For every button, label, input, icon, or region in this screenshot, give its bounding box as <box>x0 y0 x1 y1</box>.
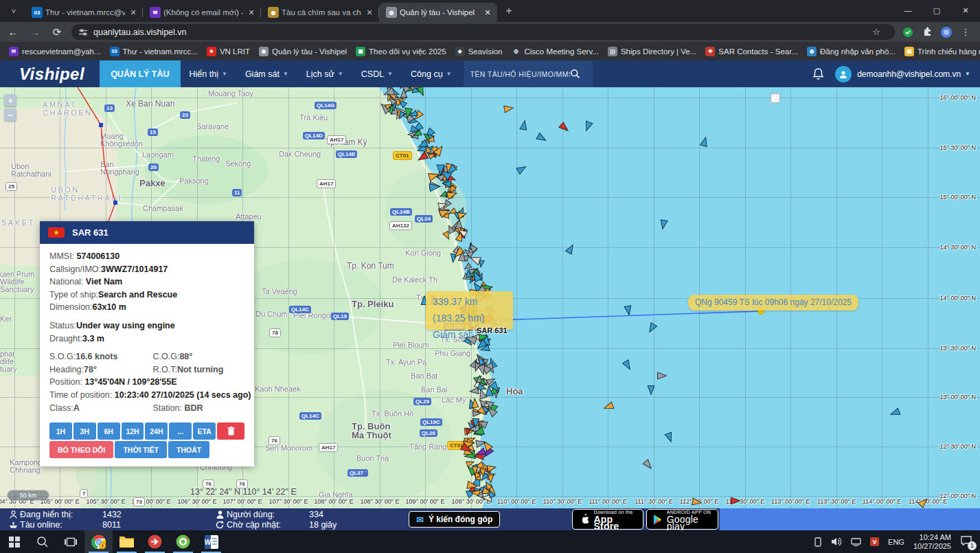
tray-volume-icon[interactable] <box>832 537 842 546</box>
bookmark-item[interactable]: ▦Theo dõi vụ việc 2025 <box>356 47 446 56</box>
ship-marker[interactable] <box>477 398 487 407</box>
route-waypoint[interactable] <box>99 123 103 127</box>
tab-close-icon[interactable]: ✕ <box>364 7 375 18</box>
map-canvas[interactable]: 339.37 km (183.25 hm) Giám sát QNg 90459… <box>0 87 980 508</box>
tray-cast-icon[interactable] <box>813 537 823 547</box>
close-button[interactable]: ✕ <box>951 0 980 21</box>
user-avatar[interactable] <box>835 66 852 82</box>
vishipel-logo[interactable]: Vishipel <box>0 60 100 87</box>
ship-marker[interactable] <box>478 260 484 268</box>
route-waypoint[interactable] <box>113 201 117 205</box>
zoom-in-button[interactable]: + <box>4 94 16 106</box>
bookmark-item[interactable]: ▤Trình chiếu hàng ng... <box>904 47 980 56</box>
ship-marker[interactable] <box>470 387 479 395</box>
browser-tab[interactable]: ◉Tàu cá chìm sau va chạm tại vùn✕ <box>261 3 379 22</box>
tray-language[interactable]: ENG <box>888 538 904 546</box>
bookmark-item[interactable]: )))Ships Directory | Ve... <box>608 47 696 56</box>
menu-kebab-icon[interactable]: ⋮ <box>958 25 973 40</box>
search-icon[interactable] <box>570 69 580 79</box>
bookmark-item[interactable]: 03Thư - vietnam.mrcc... <box>110 47 198 56</box>
bookmark-item[interactable]: ◍Đăng nhập văn phò... <box>807 47 896 56</box>
ship-marker[interactable] <box>889 408 900 418</box>
maximize-button[interactable]: ▢ <box>922 0 951 21</box>
history-button-24h[interactable]: 24H <box>145 422 168 440</box>
bookmark-item[interactable]: ◍Quản lý tàu - Vishipel <box>259 47 347 56</box>
google-play-badge[interactable]: ANDROID APP ON Google play <box>646 509 718 530</box>
action-center-icon[interactable]: 1 <box>961 536 972 548</box>
taskbar-word-icon[interactable]: W <box>197 530 225 553</box>
ship-marker[interactable] <box>648 386 654 395</box>
tab-close-icon[interactable]: ✕ <box>482 7 493 18</box>
popup-button-b-theo-d-i[interactable]: BỎ THEO DÕI <box>49 441 113 458</box>
ship-marker[interactable] <box>622 360 633 371</box>
tab-close-icon[interactable]: ✕ <box>128 7 139 18</box>
history-button-6h[interactable]: 6H <box>98 422 120 440</box>
ship-marker[interactable] <box>583 121 593 132</box>
bookmark-item[interactable]: ✉rescuevietnam@yah... <box>9 47 101 56</box>
ship-marker[interactable] <box>658 372 667 379</box>
task-view-icon[interactable] <box>56 530 84 553</box>
url-text[interactable]: quanlytau.ais.vishipel.vn <box>93 27 869 37</box>
ship-marker[interactable] <box>603 402 614 411</box>
bookmark-item[interactable]: ★VN LRIT <box>207 47 250 56</box>
bookmark-item[interactable]: ✚SAR Contacts - Sear... <box>705 47 798 56</box>
feedback-button[interactable]: ✉ Ý kiến đóng góp <box>409 511 500 528</box>
history-button-3h[interactable]: 3H <box>73 422 96 440</box>
ship-marker[interactable] <box>643 460 654 471</box>
extensions-puzzle-icon[interactable] <box>920 25 935 40</box>
ship-marker[interactable] <box>700 136 709 146</box>
vessel-search-box[interactable] <box>464 60 593 87</box>
reload-icon[interactable]: ⟳ <box>48 23 66 41</box>
zoom-out-button[interactable]: − <box>4 109 16 121</box>
ship-marker[interactable] <box>692 498 702 506</box>
ship-marker[interactable] <box>665 432 674 443</box>
popup-header[interactable]: ★ SAR 631 <box>40 221 254 244</box>
bookmark-item[interactable]: ◎Cisco Meeting Serv... <box>512 47 599 56</box>
history-button-...[interactable]: ... <box>169 422 192 440</box>
site-settings-icon[interactable] <box>78 27 88 37</box>
tray-clock[interactable]: 10:24 AM 10/27/2025 <box>913 533 951 551</box>
forward-icon[interactable]: → <box>26 23 44 41</box>
taskbar-chrome-icon[interactable] <box>84 530 113 553</box>
nav-menu-hi-n-th-[interactable]: Hiển thị▼ <box>181 60 236 87</box>
nav-menu-l-ch-s-[interactable]: Lịch sử▼ <box>297 60 352 87</box>
nav-menu-c-ng-c-[interactable]: Công cụ▼ <box>402 60 460 87</box>
profile-avatar-icon[interactable] <box>939 25 954 40</box>
taskbar-explorer-icon[interactable] <box>113 530 141 553</box>
tray-network-icon[interactable] <box>851 537 861 546</box>
browser-tab[interactable]: 03Thư - vietnam.mrcc@vinamarin✕ <box>25 3 143 22</box>
nav-menu-gi-m-s-t[interactable]: Giám sát▼ <box>236 60 297 87</box>
ship-marker[interactable] <box>504 104 514 113</box>
history-button-eta[interactable]: ETA <box>193 422 216 440</box>
bookmark-star-icon[interactable]: ☆ <box>869 25 884 40</box>
browser-tab[interactable]: ◍Quản lý tàu - Vishipel✕ <box>379 3 497 22</box>
ship-marker[interactable] <box>520 120 528 130</box>
ship-marker[interactable] <box>559 122 570 133</box>
new-tab-button[interactable]: + <box>500 2 518 20</box>
start-button[interactable] <box>0 530 28 553</box>
address-bar[interactable]: quanlytau.ais.vishipel.vn ☆ <box>71 24 895 40</box>
tab-close-icon[interactable]: ✕ <box>246 7 257 18</box>
map-layers-control[interactable] <box>771 93 780 103</box>
ship-marker[interactable] <box>918 497 929 508</box>
vessel-search-input[interactable] <box>470 70 570 78</box>
user-email[interactable]: demoanhh@vishipel.com.vn <box>857 69 961 79</box>
nav-menu-qu-n-l-t-u[interactable]: QUẢN LÝ TÀU <box>100 60 180 87</box>
minimize-button[interactable]: — <box>893 0 922 21</box>
ship-marker[interactable] <box>565 243 576 254</box>
ship-marker[interactable] <box>516 163 527 174</box>
adblock-extension-icon[interactable] <box>900 25 915 40</box>
ship-marker[interactable] <box>731 497 740 504</box>
taskbar-green-app-icon[interactable] <box>169 530 197 553</box>
ship-marker[interactable] <box>487 464 497 471</box>
popup-button-th-i-ti-t[interactable]: THỜI TIẾT <box>115 441 167 458</box>
taskbar-red-app-icon[interactable] <box>141 530 169 553</box>
ship-marker[interactable] <box>659 220 668 229</box>
notifications-bell-icon[interactable] <box>812 67 824 80</box>
tab-search-icon[interactable]: ˅ <box>4 1 23 21</box>
app-store-badge[interactable]: Download on the App Store <box>572 509 643 530</box>
browser-tab[interactable]: ✉(Không có email mới) - rescuev✕ <box>143 3 261 22</box>
ship-marker[interactable] <box>536 133 547 143</box>
bookmark-item[interactable]: ◆Seavision <box>455 47 503 56</box>
ship-marker[interactable] <box>416 152 428 163</box>
